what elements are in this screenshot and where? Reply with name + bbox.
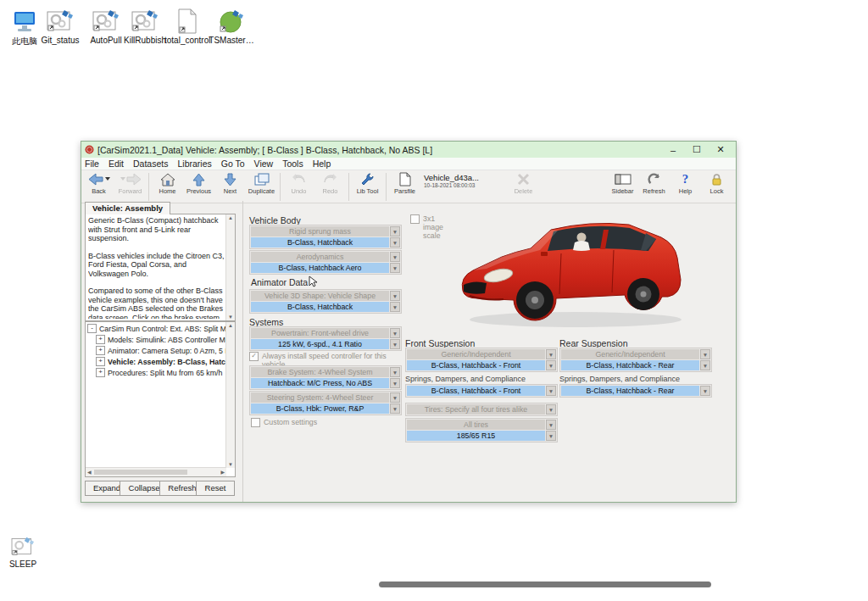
brake-system-field: Brake System: 4-Wheel System▼ Hatchback:… bbox=[249, 365, 402, 390]
toolbar-separator bbox=[386, 173, 387, 201]
expand-expander-icon[interactable]: + bbox=[96, 357, 105, 366]
lock-button[interactable]: Lock bbox=[701, 171, 732, 203]
rear-generic-field: Generic/Independent▼ B-Class, Hatchback … bbox=[559, 348, 712, 372]
scroll-down-icon[interactable]: ▼ bbox=[226, 462, 235, 467]
dropdown-arrow-icon[interactable]: ▼ bbox=[390, 252, 400, 262]
tree-item-procedures[interactable]: + Procedures: Split Mu from 65 km/h bbox=[96, 368, 235, 377]
dropdown-arrow-icon[interactable]: ▼ bbox=[390, 263, 400, 273]
field-value[interactable]: B-Class, Hatchback - Front bbox=[407, 360, 545, 370]
scroll-left-icon[interactable]: ◀ bbox=[87, 469, 92, 475]
tree-item-vehicle[interactable]: + Vehicle: Assembly: B-Class, Hatchback,… bbox=[96, 357, 235, 366]
duplicate-button[interactable]: Duplicate bbox=[246, 171, 277, 203]
menu-edit[interactable]: Edit bbox=[108, 159, 124, 169]
field-value[interactable]: B-Class, Hbk: Power, R&P bbox=[251, 403, 389, 414]
desktop-icon-killrubbish[interactable]: KillRubbish bbox=[122, 7, 168, 45]
parsfile-button[interactable]: Parsfile bbox=[389, 171, 420, 203]
menu-goto[interactable]: Go To bbox=[221, 159, 245, 169]
field-value[interactable]: B-Class, Hatchback - Front bbox=[407, 386, 545, 396]
scroll-up-icon[interactable]: ▲ bbox=[226, 215, 235, 220]
dropdown-arrow-icon[interactable]: ▼ bbox=[390, 302, 400, 312]
field-value[interactable]: B-Class, Hatchback - Rear bbox=[561, 386, 699, 396]
desktop-icon-git-status[interactable]: Git_status bbox=[37, 7, 83, 45]
dropdown-arrow-icon[interactable]: ▼ bbox=[390, 378, 400, 388]
field-value[interactable]: 185/65 R15 bbox=[407, 431, 545, 441]
sidebar-button[interactable]: Sidebar bbox=[607, 171, 638, 203]
sidebar-icon bbox=[615, 171, 632, 187]
tree-hscrollbar[interactable]: ◀▶ bbox=[86, 467, 226, 476]
expand-expander-icon[interactable]: + bbox=[96, 368, 105, 377]
next-button[interactable]: Next bbox=[214, 171, 246, 203]
help-button[interactable]: ? Help bbox=[670, 171, 701, 203]
refresh-button[interactable]: Refresh bbox=[638, 171, 670, 203]
menu-file[interactable]: File bbox=[85, 159, 99, 169]
dropdown-arrow-icon[interactable]: ▼ bbox=[546, 404, 556, 415]
collapse-expander-icon[interactable]: - bbox=[87, 324, 97, 333]
previous-button[interactable]: Previous bbox=[183, 171, 214, 203]
description-scrollbar[interactable]: ▲▼ bbox=[225, 214, 235, 320]
tree-vscrollbar[interactable]: ▲▼ bbox=[225, 322, 235, 468]
rear-springs-field: B-Class, Hatchback - Rear▼ bbox=[559, 384, 712, 398]
dropdown-arrow-icon[interactable]: ▼ bbox=[546, 349, 556, 359]
tree-item-animator[interactable]: + Animator: Camera Setup: 0 Azm, 5 El, 2… bbox=[96, 346, 235, 355]
expand-expander-icon[interactable]: + bbox=[96, 335, 105, 344]
scroll-right-icon[interactable]: ▶ bbox=[220, 469, 225, 475]
dropdown-arrow-icon[interactable]: ▼ bbox=[390, 339, 400, 349]
scroll-up-icon[interactable]: ▲ bbox=[226, 323, 235, 328]
dropdown-arrow-icon[interactable]: ▼ bbox=[390, 328, 400, 338]
panel-divider bbox=[242, 201, 243, 502]
desktop-icon-sleep[interactable]: SLEEP bbox=[0, 531, 46, 569]
field-value[interactable]: B-Class, Hatchback bbox=[251, 237, 389, 248]
home-button[interactable]: Home bbox=[152, 171, 183, 203]
dropdown-arrow-icon[interactable]: ▼ bbox=[390, 291, 400, 301]
dropdown-arrow-icon[interactable]: ▼ bbox=[546, 431, 556, 441]
lib-tool-button[interactable]: Lib Tool bbox=[352, 171, 383, 203]
tab-vehicle-assembly[interactable]: Vehicle: Assembly bbox=[85, 202, 170, 214]
dropdown-arrow-icon[interactable]: ▼ bbox=[390, 392, 400, 403]
custom-settings-checkbox-row[interactable]: Custom settings bbox=[251, 418, 317, 427]
checkbox-unchecked-icon[interactable] bbox=[251, 418, 260, 427]
checkbox-checked-icon[interactable]: ✓ bbox=[249, 352, 259, 361]
dropdown-arrow-icon[interactable]: ▼ bbox=[546, 386, 556, 396]
green-app-icon bbox=[209, 7, 254, 34]
scrollbar-thumb[interactable] bbox=[94, 470, 187, 475]
bottom-scrollbar-thumb[interactable] bbox=[379, 582, 711, 587]
maximize-button[interactable]: ☐ bbox=[685, 144, 709, 155]
menu-tools[interactable]: Tools bbox=[282, 159, 303, 169]
back-button[interactable]: Back bbox=[83, 171, 114, 203]
tree-item-models[interactable]: + Models: Simulink: ABS Controller Multi… bbox=[96, 335, 235, 344]
field-value[interactable]: 125 kW, 6-spd., 4.1 Ratio bbox=[251, 339, 389, 349]
tree-item-run-control[interactable]: - CarSim Run Control: Ext. ABS: Split Mu… bbox=[87, 324, 235, 333]
dropdown-arrow-icon[interactable]: ▼ bbox=[390, 367, 400, 377]
arrow-down-icon bbox=[224, 171, 236, 187]
field-value[interactable]: Hatchback: M/C Press, No ABS bbox=[251, 378, 389, 388]
minimize-button[interactable]: – bbox=[661, 145, 685, 155]
reset-button[interactable]: Reset bbox=[196, 481, 235, 496]
field-value[interactable]: B-Class, Hatchback bbox=[251, 302, 389, 312]
scroll-down-icon[interactable]: ▼ bbox=[226, 314, 235, 320]
checkbox-unchecked-icon[interactable] bbox=[410, 214, 420, 224]
dropdown-arrow-icon[interactable]: ▼ bbox=[390, 403, 400, 414]
field-category: Powertrain: Front-wheel drive bbox=[251, 328, 389, 338]
aerodynamics-field: Aerodynamics▼ B-Class, Hatchback Aero▼ bbox=[249, 250, 402, 275]
image-scale-checkbox-row[interactable]: 3x1 image scale bbox=[410, 214, 454, 240]
menu-view[interactable]: View bbox=[254, 159, 274, 169]
title-bar[interactable]: [CarSim2021.1_Data] Vehicle: Assembly; [… bbox=[81, 142, 736, 158]
desktop-icon-tsmaster[interactable]: TSMaster… bbox=[209, 7, 254, 45]
field-value[interactable]: B-Class, Hatchback - Rear bbox=[561, 360, 699, 370]
expand-expander-icon[interactable]: + bbox=[96, 346, 105, 355]
field-category: Tires: Specify all four tires alike bbox=[407, 404, 545, 415]
dropdown-arrow-icon[interactable]: ▼ bbox=[390, 237, 400, 248]
description-paragraph: Generic B-Class (Compact) hatchback with… bbox=[88, 216, 225, 243]
menu-libraries[interactable]: Libraries bbox=[177, 159, 211, 169]
dropdown-arrow-icon[interactable]: ▼ bbox=[700, 349, 710, 359]
desktop-icon-total-control[interactable]: total_control bbox=[164, 7, 210, 45]
dropdown-arrow-icon[interactable]: ▼ bbox=[700, 360, 710, 370]
close-button[interactable]: ✕ bbox=[709, 144, 732, 155]
dropdown-arrow-icon[interactable]: ▼ bbox=[546, 360, 556, 370]
field-value[interactable]: B-Class, Hatchback Aero bbox=[251, 263, 389, 273]
dropdown-arrow-icon[interactable]: ▼ bbox=[390, 226, 400, 237]
menu-datasets[interactable]: Datasets bbox=[133, 159, 168, 169]
menu-help[interactable]: Help bbox=[313, 159, 331, 169]
dropdown-arrow-icon[interactable]: ▼ bbox=[700, 386, 710, 396]
dropdown-arrow-icon[interactable]: ▼ bbox=[546, 420, 556, 430]
